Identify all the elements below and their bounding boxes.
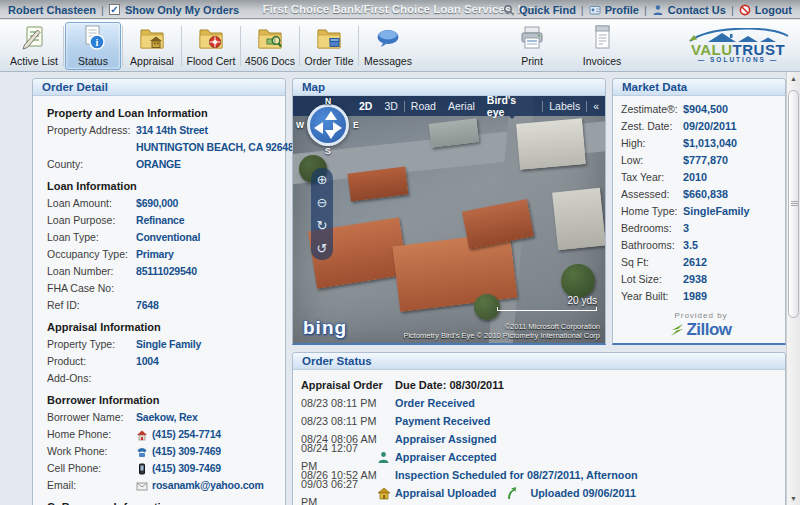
provided-by-label: Provided by <box>621 311 781 320</box>
print-button[interactable]: Print <box>504 22 560 70</box>
field-home-type: Home Type:SingleFamily <box>621 203 781 220</box>
status-button[interactable]: i Status <box>65 22 121 70</box>
compass-rose[interactable] <box>307 104 349 146</box>
scrollbar-thumb[interactable] <box>788 90 799 318</box>
zoom-out-icon[interactable]: ⊖ <box>317 196 328 209</box>
scroll-down-button[interactable]: ▼ <box>787 492 800 505</box>
field-property-type: Property Type:Single Family <box>47 336 281 353</box>
checkmark-icon: ✓ <box>110 5 118 15</box>
map-mode-3d[interactable]: 3D <box>378 100 403 112</box>
map-copyright: ©2011 Microsoft Corporation Pictometry B… <box>403 322 600 340</box>
order-status-header: Order Status <box>293 353 785 370</box>
field-borrower-name: Borrower Name:Saekow, Rex <box>47 409 281 426</box>
map-scale: 20 yds <box>497 295 597 311</box>
vertical-scrollbar[interactable]: ▲ ▼ <box>786 72 800 505</box>
status-event: 08/23 08:11 PM Payment Received <box>301 412 781 430</box>
home-icon <box>136 429 149 441</box>
speech-bubble-icon <box>373 24 403 54</box>
field-tax-year: Tax Year:2010 <box>621 169 781 186</box>
valutrust-logo: VALUTRUST — SOLUTIONS — <box>682 28 794 63</box>
messages-button[interactable]: Messages <box>360 22 416 70</box>
cellphone-icon <box>136 463 149 475</box>
compass-s-label: S <box>325 146 331 156</box>
field-bedrooms: Bedrooms:3 <box>621 220 781 237</box>
status-event: 08/23 08:11 PM Order Received <box>301 394 781 412</box>
map-feature <box>561 264 595 298</box>
field-lot-size: Lot Size:2938 <box>621 271 781 288</box>
profile-link[interactable]: Profile <box>589 4 639 16</box>
map-feature <box>516 118 586 170</box>
order-detail-header: Order Detail <box>33 79 285 96</box>
section-loan-info: Loan Information <box>47 178 281 195</box>
field-product: Product:1004 <box>47 353 281 370</box>
section-borrower-info: Borrower Information <box>47 392 281 409</box>
field-county: County:ORANGE <box>47 156 281 173</box>
map-image[interactable]: 2D 3D Road Aerial Bird's eye Labels « N … <box>293 96 605 343</box>
appraiser-person-icon <box>377 451 395 464</box>
folder-magnifier-icon <box>255 24 285 54</box>
scroll-up-button[interactable]: ▲ <box>787 72 800 85</box>
field-loan-purpose: Loan Purpose:Refinance <box>47 212 281 229</box>
compass-west-arrow <box>314 122 323 134</box>
market-data-panel: Market Data Zestimate®:$904,500 Zest. Da… <box>612 78 786 345</box>
bing-logo: bing <box>303 317 347 339</box>
status-event: 09/03 06:27 PM Appraisal Uploaded Upload… <box>301 484 781 502</box>
main-toolbar: Active List i Status Appraisal Flood Cer… <box>0 20 800 72</box>
map-controls: ⊕ ⊖ ↻ ↺ <box>311 168 333 260</box>
market-data-header: Market Data <box>613 79 785 96</box>
field-cell-phone: Cell Phone:(415) 309-7469 <box>47 460 281 477</box>
show-only-my-orders-label[interactable]: Show Only My Orders <box>125 4 239 16</box>
map-view-road[interactable]: Road <box>405 100 442 112</box>
order-title-button[interactable]: Order Title <box>301 22 357 70</box>
gold-house-icon <box>377 487 395 500</box>
map-labels-toggle[interactable]: Labels <box>543 100 586 112</box>
field-loan-amount: Loan Amount:$690,000 <box>47 195 281 212</box>
compass-north-arrow <box>325 111 337 120</box>
folder-cube-icon <box>314 24 344 54</box>
field-high: High:$1,013,040 <box>621 135 781 152</box>
4506-docs-button[interactable]: 4506 Docs <box>242 22 298 70</box>
show-only-my-orders-checkbox[interactable]: ✓ <box>109 4 120 15</box>
zillow-logo[interactable]: Zillow <box>621 320 781 340</box>
quick-find-link[interactable]: Quick Find <box>503 4 576 16</box>
field-property-address: Property Address:314 14th Street <box>47 122 281 139</box>
profile-card-icon <box>589 4 602 16</box>
field-email: Email:rosanamk@yahoo.com <box>47 477 281 494</box>
field-low: Low:$777,870 <box>621 152 781 169</box>
field-assessed: Assessed:$660,838 <box>621 186 781 203</box>
rotate-ccw-icon[interactable]: ↺ <box>317 242 328 255</box>
contact-us-link[interactable]: Contact Us <box>652 4 726 16</box>
flood-cert-button[interactable]: Flood Cert <box>183 22 239 70</box>
map-mode-2d[interactable]: 2D <box>353 100 378 112</box>
invoices-button[interactable]: Invoices <box>574 22 630 70</box>
map-nav-collapse[interactable]: « <box>587 100 605 112</box>
email-link[interactable]: rosanamk@yahoo.com <box>152 477 264 494</box>
topbar-links: Quick Find | Profile | Contact Us | Logo… <box>503 0 792 19</box>
field-loan-type: Loan Type:Conventional <box>47 229 281 246</box>
appraisal-button[interactable]: Appraisal <box>124 22 180 70</box>
order-status-panel: Order Status Appraisal Order Due Date: 0… <box>292 352 786 505</box>
document-info-icon: i <box>78 24 108 54</box>
order-detail-panel: Order Detail Property and Loan Informati… <box>32 78 286 505</box>
zillow-z-icon <box>670 321 685 339</box>
compass-w-label: W <box>296 120 304 130</box>
notepad-pencil-icon <box>19 24 49 54</box>
field-work-phone: Work Phone:(415) 309-7469 <box>47 443 281 460</box>
top-bar: First Choice Bank/First Choice Loan Serv… <box>0 0 800 19</box>
active-list-button[interactable]: Active List <box>6 22 62 70</box>
status-event: 08/24 12:07 PM Appraiser Accepted <box>301 448 781 466</box>
person-icon <box>652 4 665 16</box>
search-icon <box>503 4 516 16</box>
field-fha-case-no: FHA Case No: <box>47 280 281 297</box>
rotate-cw-icon[interactable]: ↻ <box>317 219 328 232</box>
field-sqft: Sq Ft:2612 <box>621 254 781 271</box>
folder-lifebuoy-icon <box>196 24 226 54</box>
invoice-icon <box>587 24 617 54</box>
map-view-aerial[interactable]: Aerial <box>442 100 481 112</box>
logout-link[interactable]: Logout <box>739 4 792 16</box>
map-panel: Map 2D 3D Road Aerial Bird's eye Labels … <box>292 78 606 345</box>
map-feature <box>462 199 534 249</box>
map-view-birds-eye[interactable]: Bird's eye <box>481 96 542 118</box>
order-status-subheader: Appraisal Order Due Date: 08/30/2011 <box>301 376 781 394</box>
zoom-in-icon[interactable]: ⊕ <box>317 173 328 186</box>
